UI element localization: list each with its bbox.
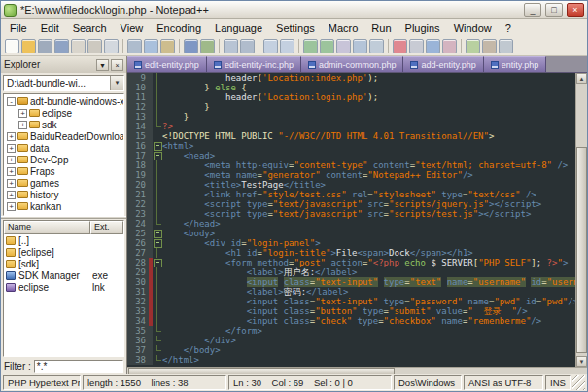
editor-line[interactable]: 15<!DOCTYPE HTML PUBLIC "-//W3C//DTD HTM… <box>127 131 575 141</box>
editor-line[interactable]: 22 <script type="text/javascript" src="s… <box>127 199 575 209</box>
editor-line[interactable]: 9 header('Location:index.php'); <box>127 73 575 83</box>
explorer-header[interactable]: Explorer ▼ × <box>1 56 127 73</box>
editor-line[interactable]: 34 <input class="check" type="checkbox" … <box>127 316 575 326</box>
menu-encoding[interactable]: Encoding <box>150 21 208 35</box>
filter-input[interactable]: *.* <box>34 360 123 373</box>
editor-line[interactable]: 33 <input class="button" type="submit" v… <box>127 306 575 316</box>
zoom-in-icon[interactable] <box>263 39 278 53</box>
scroll-down-icon[interactable]: ▼ <box>576 356 587 367</box>
editor-line[interactable]: 36 </div> <box>127 336 575 345</box>
doc-switcher-icon[interactable] <box>499 39 513 53</box>
editor-line[interactable]: 14?> <box>127 122 575 131</box>
menu-view[interactable]: View <box>114 21 151 35</box>
editor-line[interactable]: 19 <meta name="generator" content="Notep… <box>127 170 575 180</box>
tree-item-dev-cpp[interactable]: +Dev-Cpp <box>4 154 123 165</box>
run-macro-multiple-icon[interactable] <box>442 39 457 53</box>
tree-item-history[interactable]: +history <box>4 189 123 200</box>
tree-item-kankan[interactable]: +kankan <box>4 200 123 212</box>
menu-plugins[interactable]: Plugins <box>398 21 447 35</box>
file-item-sdk[interactable]: [sdk] <box>4 258 123 269</box>
menu-search[interactable]: Search <box>66 21 114 35</box>
file-list-column-ext[interactable]: Ext. <box>90 221 123 234</box>
menu-run[interactable]: Run <box>364 21 398 35</box>
editor-line[interactable]: 26 <div id="login-panel"> <box>127 238 575 248</box>
editor-line[interactable]: 16<html> <box>127 141 575 151</box>
tree-expander-icon[interactable]: + <box>7 144 16 153</box>
tab-admin-common-php[interactable]: admin-common.php <box>301 56 404 72</box>
tree-expander-icon[interactable]: + <box>7 202 16 211</box>
sync-horizontal-icon[interactable] <box>320 39 334 53</box>
tree-item-games[interactable]: +games <box>4 177 123 189</box>
tree-item-eclipse[interactable]: +eclipse <box>4 107 123 119</box>
tree-expander-icon[interactable]: + <box>7 191 16 199</box>
tree-item-adt-bundle-windows-x86-64-201[interactable]: -adt-bundle-windows-x86_64-201 <box>4 95 123 107</box>
replace-icon[interactable] <box>240 39 255 53</box>
close-button[interactable]: × <box>567 3 584 17</box>
tree-expander-icon[interactable]: + <box>7 156 16 164</box>
doc-map-icon[interactable] <box>482 39 497 53</box>
menu-window[interactable]: Window <box>447 21 499 35</box>
editor-line[interactable]: 29 <label>用户名:</label> <box>127 267 575 277</box>
print-icon[interactable] <box>104 39 119 53</box>
editor-line[interactable]: 25 <body> <box>127 229 575 238</box>
file-item-eclipse[interactable]: [eclipse] <box>4 246 123 258</box>
zoom-out-icon[interactable] <box>280 39 294 53</box>
horizontal-scroll-thumb[interactable] <box>128 368 395 374</box>
menu-help[interactable]: ? <box>499 21 518 35</box>
tab-edit-entity-inc-php[interactable]: edit-entity-inc.php <box>207 56 301 72</box>
tree-item-baidureaderdownload[interactable]: +BaiduReaderDownload <box>4 130 123 142</box>
tree-expander-icon[interactable]: + <box>18 109 27 118</box>
scroll-up-icon[interactable]: ▲ <box>576 73 587 84</box>
tree-expander-icon[interactable]: - <box>7 97 16 106</box>
vertical-scrollbar[interactable]: ▲ ▼ <box>575 73 587 367</box>
panel-splitter[interactable] <box>1 216 126 219</box>
function-list-icon[interactable] <box>466 39 480 53</box>
show-all-characters-icon[interactable] <box>353 39 367 53</box>
explorer-close-icon[interactable]: × <box>111 59 123 71</box>
editor-line[interactable]: 32 <input class="text-input" type="passw… <box>127 297 575 306</box>
menu-file[interactable]: File <box>3 21 34 35</box>
undo-icon[interactable] <box>184 39 198 53</box>
indent-guide-icon[interactable] <box>369 39 384 53</box>
play-macro-icon[interactable] <box>426 39 440 53</box>
paste-icon[interactable] <box>160 39 175 53</box>
find-icon[interactable] <box>224 39 238 53</box>
editor-line[interactable]: 10 } else { <box>127 83 575 92</box>
stop-macro-icon[interactable] <box>409 39 424 53</box>
fold-marker[interactable] <box>153 238 162 248</box>
tree-expander-icon[interactable]: + <box>7 167 16 176</box>
copy-icon[interactable] <box>144 39 158 53</box>
save-all-icon[interactable] <box>54 39 69 53</box>
fold-marker[interactable] <box>153 258 162 267</box>
editor-line[interactable]: 12 } <box>127 102 575 112</box>
tree-expander-icon[interactable]: + <box>7 132 16 141</box>
fold-marker[interactable] <box>153 229 162 238</box>
record-macro-icon[interactable] <box>393 39 407 53</box>
file-list-column-name[interactable]: Name <box>4 221 90 234</box>
maximize-button[interactable]: □ <box>545 3 563 17</box>
new-file-icon[interactable] <box>5 39 19 53</box>
word-wrap-icon[interactable] <box>336 39 351 53</box>
explorer-menu-icon[interactable]: ▼ <box>96 59 109 71</box>
tree-expander-icon[interactable]: + <box>7 179 16 188</box>
path-combo[interactable]: D:\adt-bundle-wi... ▼ <box>3 75 124 91</box>
tab-entity-php[interactable]: entity.php <box>484 56 546 72</box>
editor-line[interactable]: 38</html> <box>127 355 575 365</box>
menu-language[interactable]: Language <box>208 21 269 35</box>
editor-line[interactable]: 24 </head> <box>127 219 575 229</box>
tab-add-entity-php[interactable]: add-entity.php <box>403 56 483 72</box>
tree-expander-icon[interactable]: + <box>18 121 27 129</box>
fold-marker[interactable] <box>153 141 162 151</box>
tab-edit-entity-php[interactable]: edit-entity.php <box>127 56 207 72</box>
save-icon[interactable] <box>38 39 52 53</box>
tree-item-data[interactable]: +data <box>4 142 123 154</box>
editor-line[interactable]: 28 <form method="post" action="<?php ech… <box>127 258 575 267</box>
tree-item-fraps[interactable]: +Fraps <box>4 165 123 177</box>
resize-grip[interactable] <box>572 375 585 390</box>
editor-line[interactable]: 37 </body> <box>127 345 575 355</box>
open-folder-icon[interactable] <box>21 39 36 53</box>
editor-line[interactable]: 23 <script type="text/javascript" src="s… <box>127 209 575 219</box>
close-file-icon[interactable] <box>71 39 86 53</box>
editor-line[interactable]: 20 <title>TestPage</title> <box>127 180 575 190</box>
menu-edit[interactable]: Edit <box>34 21 66 35</box>
